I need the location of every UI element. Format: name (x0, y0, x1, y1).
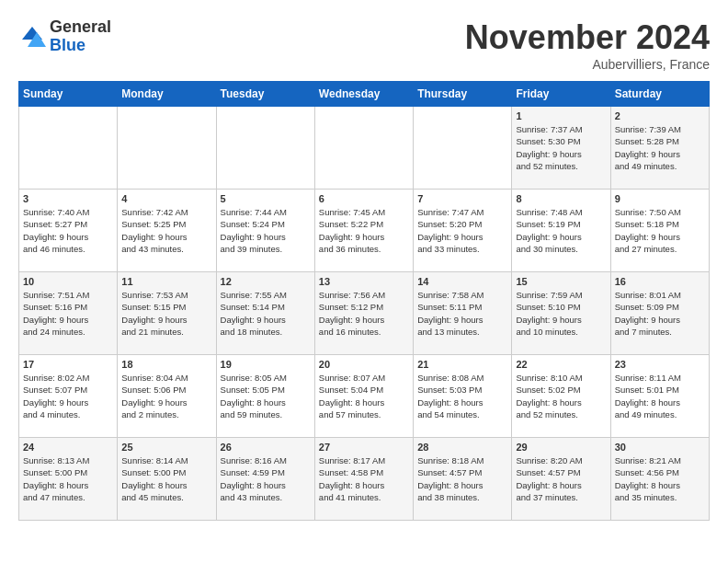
day-number: 10 (23, 276, 113, 287)
day-number: 2 (615, 110, 705, 121)
logo-icon (18, 23, 46, 51)
day-number: 16 (615, 276, 705, 287)
logo-general: General (50, 18, 111, 37)
day-number: 25 (121, 442, 211, 453)
day-number: 29 (516, 442, 606, 453)
day-number: 5 (221, 193, 311, 204)
day-info: Sunrise: 7:56 AM Sunset: 5:12 PM Dayligh… (319, 289, 409, 338)
calendar-week-row: 1Sunrise: 7:37 AM Sunset: 5:30 PM Daylig… (19, 107, 710, 190)
day-number: 7 (417, 193, 507, 204)
logo-text: General Blue (50, 18, 111, 55)
day-number: 6 (319, 193, 409, 204)
day-number: 28 (417, 442, 507, 453)
calendar-cell (118, 107, 216, 190)
calendar-cell (414, 107, 512, 190)
day-number: 14 (417, 276, 507, 287)
calendar-cell: 28Sunrise: 8:18 AM Sunset: 4:57 PM Dayli… (414, 438, 512, 521)
calendar-cell: 15Sunrise: 7:59 AM Sunset: 5:10 PM Dayli… (512, 272, 610, 355)
calendar-cell: 30Sunrise: 8:21 AM Sunset: 4:56 PM Dayli… (610, 438, 709, 521)
day-info: Sunrise: 8:20 AM Sunset: 4:57 PM Dayligh… (516, 454, 606, 503)
calendar-cell: 19Sunrise: 8:05 AM Sunset: 5:05 PM Dayli… (216, 355, 314, 438)
calendar-cell: 9Sunrise: 7:50 AM Sunset: 5:18 PM Daylig… (610, 190, 709, 272)
calendar-cell: 3Sunrise: 7:40 AM Sunset: 5:27 PM Daylig… (19, 190, 118, 272)
day-number: 22 (516, 359, 606, 370)
day-info: Sunrise: 7:59 AM Sunset: 5:10 PM Dayligh… (516, 289, 606, 338)
calendar-body: 1Sunrise: 7:37 AM Sunset: 5:30 PM Daylig… (19, 107, 710, 521)
day-number: 8 (516, 193, 606, 204)
calendar-week-row: 10Sunrise: 7:51 AM Sunset: 5:16 PM Dayli… (19, 272, 710, 355)
weekday-header: Thursday (414, 82, 512, 107)
day-info: Sunrise: 7:42 AM Sunset: 5:25 PM Dayligh… (121, 206, 211, 255)
calendar-cell: 18Sunrise: 8:04 AM Sunset: 5:06 PM Dayli… (118, 355, 216, 438)
day-number: 4 (121, 193, 211, 204)
day-number: 1 (516, 110, 606, 121)
day-number: 3 (23, 193, 113, 204)
day-info: Sunrise: 8:13 AM Sunset: 5:00 PM Dayligh… (23, 454, 113, 503)
weekday-header: Friday (512, 82, 610, 107)
day-number: 27 (319, 442, 409, 453)
day-number: 20 (319, 359, 409, 370)
weekday-header: Monday (118, 82, 216, 107)
calendar-cell: 22Sunrise: 8:10 AM Sunset: 5:02 PM Dayli… (512, 355, 610, 438)
calendar-week-row: 24Sunrise: 8:13 AM Sunset: 5:00 PM Dayli… (19, 438, 710, 521)
calendar-week-row: 3Sunrise: 7:40 AM Sunset: 5:27 PM Daylig… (19, 190, 710, 272)
day-number: 11 (121, 276, 211, 287)
day-info: Sunrise: 8:08 AM Sunset: 5:03 PM Dayligh… (417, 372, 507, 420)
day-number: 30 (615, 442, 705, 453)
weekday-header: Tuesday (216, 82, 314, 107)
day-info: Sunrise: 8:07 AM Sunset: 5:04 PM Dayligh… (319, 372, 409, 420)
calendar-cell: 16Sunrise: 8:01 AM Sunset: 5:09 PM Dayli… (610, 272, 709, 355)
calendar-cell: 23Sunrise: 8:11 AM Sunset: 5:01 PM Dayli… (610, 355, 709, 438)
day-info: Sunrise: 7:51 AM Sunset: 5:16 PM Dayligh… (23, 289, 113, 338)
weekday-header: Wednesday (314, 82, 413, 107)
day-info: Sunrise: 7:58 AM Sunset: 5:11 PM Dayligh… (417, 289, 507, 338)
calendar-cell: 12Sunrise: 7:55 AM Sunset: 5:14 PM Dayli… (216, 272, 314, 355)
day-number: 15 (516, 276, 606, 287)
calendar-cell: 26Sunrise: 8:16 AM Sunset: 4:59 PM Dayli… (216, 438, 314, 521)
day-info: Sunrise: 8:18 AM Sunset: 4:57 PM Dayligh… (417, 454, 507, 503)
day-number: 23 (615, 359, 705, 370)
day-info: Sunrise: 8:17 AM Sunset: 4:58 PM Dayligh… (319, 454, 409, 503)
calendar-table: SundayMondayTuesdayWednesdayThursdayFrid… (18, 81, 710, 521)
day-info: Sunrise: 7:37 AM Sunset: 5:30 PM Dayligh… (516, 123, 606, 172)
location: Aubervilliers, France (465, 57, 710, 72)
calendar-cell: 10Sunrise: 7:51 AM Sunset: 5:16 PM Dayli… (19, 272, 118, 355)
day-info: Sunrise: 8:14 AM Sunset: 5:00 PM Dayligh… (121, 454, 211, 503)
day-info: Sunrise: 8:05 AM Sunset: 5:05 PM Dayligh… (221, 372, 311, 420)
calendar-cell (314, 107, 413, 190)
day-number: 17 (23, 359, 113, 370)
calendar-cell: 11Sunrise: 7:53 AM Sunset: 5:15 PM Dayli… (118, 272, 216, 355)
day-number: 26 (221, 442, 311, 453)
day-info: Sunrise: 7:44 AM Sunset: 5:24 PM Dayligh… (221, 206, 311, 255)
day-info: Sunrise: 8:21 AM Sunset: 4:56 PM Dayligh… (615, 454, 705, 503)
calendar-cell: 8Sunrise: 7:48 AM Sunset: 5:19 PM Daylig… (512, 190, 610, 272)
calendar-cell: 13Sunrise: 7:56 AM Sunset: 5:12 PM Dayli… (314, 272, 413, 355)
calendar-cell: 21Sunrise: 8:08 AM Sunset: 5:03 PM Dayli… (414, 355, 512, 438)
calendar-cell (19, 107, 118, 190)
day-number: 12 (221, 276, 311, 287)
day-info: Sunrise: 8:04 AM Sunset: 5:06 PM Dayligh… (121, 372, 211, 420)
logo-blue: Blue (50, 37, 111, 55)
logo: General Blue (18, 18, 111, 55)
day-info: Sunrise: 8:02 AM Sunset: 5:07 PM Dayligh… (23, 372, 113, 420)
day-info: Sunrise: 7:39 AM Sunset: 5:28 PM Dayligh… (615, 123, 705, 172)
calendar-cell: 14Sunrise: 7:58 AM Sunset: 5:11 PM Dayli… (414, 272, 512, 355)
day-info: Sunrise: 7:50 AM Sunset: 5:18 PM Dayligh… (615, 206, 705, 255)
weekday-header: Sunday (19, 82, 118, 107)
calendar-cell (216, 107, 314, 190)
title-block: November 2024 Aubervilliers, France (465, 18, 710, 72)
calendar-cell: 20Sunrise: 8:07 AM Sunset: 5:04 PM Dayli… (314, 355, 413, 438)
calendar-week-row: 17Sunrise: 8:02 AM Sunset: 5:07 PM Dayli… (19, 355, 710, 438)
day-info: Sunrise: 7:40 AM Sunset: 5:27 PM Dayligh… (23, 206, 113, 255)
day-info: Sunrise: 7:55 AM Sunset: 5:14 PM Dayligh… (221, 289, 311, 338)
calendar-cell: 7Sunrise: 7:47 AM Sunset: 5:20 PM Daylig… (414, 190, 512, 272)
calendar-cell: 5Sunrise: 7:44 AM Sunset: 5:24 PM Daylig… (216, 190, 314, 272)
calendar-cell: 6Sunrise: 7:45 AM Sunset: 5:22 PM Daylig… (314, 190, 413, 272)
calendar-header: SundayMondayTuesdayWednesdayThursdayFrid… (19, 82, 710, 107)
day-info: Sunrise: 8:16 AM Sunset: 4:59 PM Dayligh… (221, 454, 311, 503)
calendar-cell: 29Sunrise: 8:20 AM Sunset: 4:57 PM Dayli… (512, 438, 610, 521)
weekday-header: Saturday (610, 82, 709, 107)
day-number: 24 (23, 442, 113, 453)
calendar-cell: 25Sunrise: 8:14 AM Sunset: 5:00 PM Dayli… (118, 438, 216, 521)
calendar-cell: 17Sunrise: 8:02 AM Sunset: 5:07 PM Dayli… (19, 355, 118, 438)
